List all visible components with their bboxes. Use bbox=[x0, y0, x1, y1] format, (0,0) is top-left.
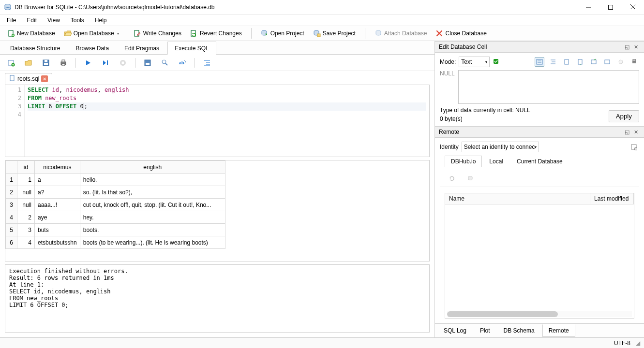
new-database-button[interactable]: New Database bbox=[3, 27, 60, 40]
resize-grip-icon[interactable]: ◢ bbox=[630, 340, 640, 347]
mode-select[interactable]: Text▾ bbox=[459, 57, 490, 67]
btab-plot[interactable]: Plot bbox=[474, 325, 496, 337]
panel-float-icon[interactable]: ◱ bbox=[623, 128, 631, 136]
tab-browse-data[interactable]: Browse Data bbox=[68, 42, 116, 55]
svg-rect-48 bbox=[565, 59, 569, 64]
save-project-button[interactable]: Save Project bbox=[309, 27, 360, 40]
menu-tools[interactable]: Tools bbox=[66, 15, 89, 25]
tab-database-structure[interactable]: Database Structure bbox=[3, 42, 67, 55]
find-replace-icon[interactable]: ab bbox=[177, 58, 188, 68]
col-last-modified[interactable]: Last modified bbox=[590, 193, 634, 204]
open-sql-icon[interactable] bbox=[23, 58, 34, 68]
minimize-button[interactable] bbox=[577, 0, 599, 14]
find-icon[interactable] bbox=[160, 58, 170, 68]
svg-rect-42 bbox=[537, 59, 542, 64]
refresh-icon[interactable] bbox=[447, 173, 457, 184]
panel-float-icon[interactable]: ◱ bbox=[623, 43, 631, 51]
run-icon[interactable] bbox=[83, 58, 93, 68]
revert-icon bbox=[190, 29, 198, 37]
chevron-down-icon[interactable]: ▾ bbox=[117, 31, 119, 36]
tab-edit-pragmas[interactable]: Edit Pragmas bbox=[117, 42, 166, 55]
svg-rect-23 bbox=[44, 63, 48, 65]
save-sql-icon[interactable] bbox=[41, 58, 51, 68]
svg-point-56 bbox=[634, 147, 637, 150]
cell-editor[interactable] bbox=[458, 70, 639, 104]
export2-icon[interactable] bbox=[589, 57, 599, 67]
btab-remote[interactable]: Remote bbox=[542, 324, 575, 337]
close-window-button[interactable] bbox=[622, 0, 644, 14]
execution-log[interactable]: Execution finished without errors. Resul… bbox=[5, 264, 430, 333]
main-toolbar: New Database Open Database ▾ Write Chang… bbox=[0, 26, 644, 41]
export-icon[interactable] bbox=[575, 57, 585, 67]
stop-icon[interactable] bbox=[118, 58, 128, 68]
save-result-icon[interactable] bbox=[142, 58, 153, 68]
identity-select[interactable]: Select an identity to connect▾ bbox=[462, 142, 539, 152]
align-icon[interactable] bbox=[548, 57, 558, 67]
apply-button[interactable]: Apply bbox=[609, 110, 639, 122]
menu-file[interactable]: File bbox=[2, 15, 21, 25]
clone-icon[interactable] bbox=[465, 173, 476, 184]
import-icon[interactable] bbox=[562, 57, 571, 67]
print-cell-icon[interactable] bbox=[629, 57, 639, 67]
status-bar: UTF-8 ◢ bbox=[0, 337, 644, 348]
edit-cell-panel-title: Edit Database Cell ◱ ✕ bbox=[435, 41, 644, 53]
remote-tab-dbhub[interactable]: DBHub.io bbox=[445, 156, 482, 167]
menu-help[interactable]: Help bbox=[90, 15, 112, 25]
svg-text:ab: ab bbox=[179, 60, 184, 65]
sql-toolbar: ab bbox=[0, 55, 434, 71]
close-tab-icon[interactable]: ✕ bbox=[41, 75, 48, 82]
tab-execute-sql[interactable]: Execute SQL bbox=[167, 42, 216, 55]
null-icon[interactable] bbox=[602, 57, 612, 67]
sql-file-icon bbox=[9, 75, 15, 83]
remote-tab-current[interactable]: Current Database bbox=[510, 156, 569, 167]
identity-settings-icon[interactable] bbox=[629, 142, 639, 152]
identity-label: Identity bbox=[440, 144, 459, 150]
open-database-button[interactable]: Open Database ▾ bbox=[60, 27, 123, 40]
right-bottom-tabs: SQL Log Plot DB Schema Remote bbox=[435, 323, 644, 337]
encoding-label: UTF-8 bbox=[614, 340, 630, 347]
panel-close-icon[interactable]: ✕ bbox=[631, 43, 640, 51]
sql-file-tab[interactable]: roots.sql ✕ bbox=[5, 73, 52, 85]
sql-editor[interactable]: 1234 SELECT id, nicodemus, englishFROM n… bbox=[5, 85, 430, 157]
close-database-button[interactable]: Close Database bbox=[431, 27, 491, 40]
indent-icon[interactable] bbox=[202, 58, 212, 68]
menu-view[interactable]: View bbox=[43, 15, 65, 25]
menu-edit[interactable]: Edit bbox=[22, 15, 42, 25]
new-tab-icon[interactable] bbox=[6, 58, 16, 68]
col-name[interactable]: Name bbox=[445, 193, 590, 204]
svg-point-52 bbox=[619, 60, 623, 64]
run-line-icon[interactable] bbox=[100, 58, 111, 68]
remote-list[interactable]: Name Last modified bbox=[445, 193, 634, 319]
auto-format-icon[interactable] bbox=[493, 58, 499, 66]
close-icon bbox=[435, 29, 443, 37]
svg-point-33 bbox=[162, 60, 166, 64]
btab-sql-log[interactable]: SQL Log bbox=[438, 325, 472, 337]
attach-icon bbox=[374, 29, 382, 37]
sql-file-name: roots.sql bbox=[17, 75, 39, 82]
sql-file-tabs: roots.sql ✕ bbox=[0, 71, 434, 85]
svg-rect-53 bbox=[632, 61, 636, 63]
remote-tabs: DBHub.io Local Current Database bbox=[440, 155, 639, 167]
results-table[interactable]: idnicodemusenglish11ahello.2nulla?so. (l… bbox=[5, 160, 430, 261]
main-tabs: Database Structure Browse Data Edit Prag… bbox=[0, 41, 434, 55]
type-info: Type of data currently in cell: NULL bbox=[440, 107, 609, 114]
project-save-icon bbox=[313, 29, 321, 37]
maximize-button[interactable] bbox=[599, 0, 622, 14]
svg-rect-49 bbox=[578, 59, 582, 64]
svg-rect-26 bbox=[62, 60, 65, 62]
revert-changes-button[interactable]: Revert Changes bbox=[186, 27, 246, 40]
text-mode-icon[interactable] bbox=[535, 57, 544, 67]
svg-rect-51 bbox=[605, 60, 610, 64]
write-changes-button[interactable]: Write Changes bbox=[129, 27, 186, 40]
svg-rect-3 bbox=[609, 5, 613, 9]
attach-database-button[interactable]: Attach Database bbox=[370, 27, 432, 40]
open-project-button[interactable]: Open Project bbox=[256, 27, 309, 40]
brush-icon[interactable] bbox=[616, 57, 626, 67]
file-new-icon bbox=[7, 29, 15, 37]
h-scrollbar[interactable] bbox=[447, 311, 632, 317]
remote-tab-local[interactable]: Local bbox=[483, 156, 509, 167]
panel-close-icon[interactable]: ✕ bbox=[631, 128, 640, 136]
print-icon[interactable] bbox=[58, 58, 69, 68]
svg-rect-30 bbox=[122, 61, 124, 64]
btab-db-schema[interactable]: DB Schema bbox=[498, 325, 540, 337]
